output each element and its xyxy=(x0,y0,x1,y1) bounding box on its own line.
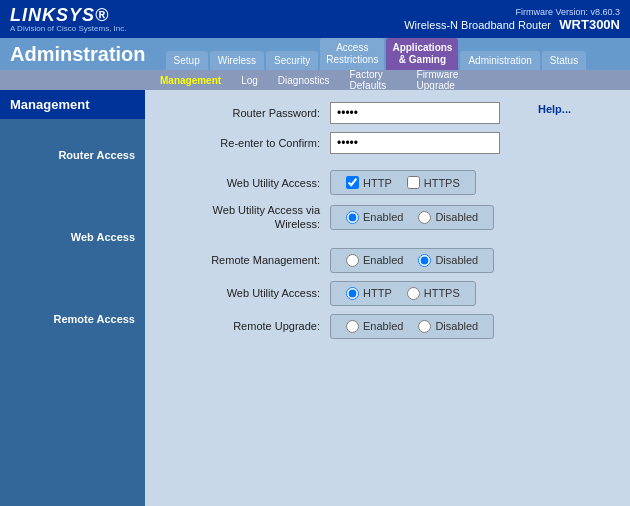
remote-disabled-label[interactable]: Disabled xyxy=(418,254,478,267)
web-utility-wireless-options: Enabled Disabled xyxy=(330,205,494,230)
sub-tab-log[interactable]: Log xyxy=(231,73,268,88)
sidebar-section-router-access: Router Access xyxy=(0,119,145,166)
upgrade-enabled-radio[interactable] xyxy=(346,320,359,333)
tab-status[interactable]: Status xyxy=(542,51,586,70)
tab-security[interactable]: Security xyxy=(266,51,318,70)
remote-web-utility-label: Web Utility Access: xyxy=(155,287,330,299)
firmware-version: Firmware Version: v8.60.3 xyxy=(404,7,620,17)
sidebar: Management Router Access Web Access Remo… xyxy=(0,90,145,506)
remote-https-radio[interactable] xyxy=(407,287,420,300)
tab-applications[interactable]: Applications& Gaming xyxy=(386,38,458,70)
wireless-enabled-radio[interactable] xyxy=(346,211,359,224)
router-password-label: Router Password: xyxy=(155,107,330,119)
router-password-input[interactable] xyxy=(330,102,500,124)
nav-tabs: Setup Wireless Security AccessRestrictio… xyxy=(166,38,620,70)
remote-disabled-radio[interactable] xyxy=(418,254,431,267)
help-link[interactable]: Help... xyxy=(538,103,571,115)
web-utility-access-label: Web Utility Access: xyxy=(155,177,330,189)
remote-enabled-text: Enabled xyxy=(363,254,403,266)
remote-access-label: Remote Access xyxy=(10,313,135,325)
sub-tab-diagnostics[interactable]: Diagnostics xyxy=(268,73,340,88)
wireless-enabled-label[interactable]: Enabled xyxy=(346,211,403,224)
reenter-password-label: Re-enter to Confirm: xyxy=(155,137,330,149)
remote-disabled-text: Disabled xyxy=(435,254,478,266)
remote-upgrade-label: Remote Upgrade: xyxy=(155,320,330,332)
web-access-label: Web Access xyxy=(10,231,135,243)
remote-web-utility-row: Web Utility Access: HTTP HTTPS xyxy=(155,281,515,306)
remote-enabled-radio[interactable] xyxy=(346,254,359,267)
http-checkbox[interactable] xyxy=(346,176,359,189)
sidebar-section-remote-access: Remote Access xyxy=(0,248,145,330)
header-top: LINKSYS® A Division of Cisco Systems, In… xyxy=(0,0,630,38)
sub-tab-management[interactable]: Management xyxy=(150,73,231,88)
title-nav-bar: Adminstration Setup Wireless Security Ac… xyxy=(0,38,630,70)
https-checkbox[interactable] xyxy=(407,176,420,189)
content-area: Router Password: Re-enter to Confirm: We… xyxy=(145,90,530,506)
upgrade-enabled-text: Enabled xyxy=(363,320,403,332)
reenter-password-row: Re-enter to Confirm: xyxy=(155,132,515,154)
remote-http-text: HTTP xyxy=(363,287,392,299)
header-right-info: Firmware Version: v8.60.3 Wireless-N Bro… xyxy=(404,7,620,32)
web-utility-wireless-row: Web Utility Access viaWireless: Enabled … xyxy=(155,203,515,232)
remote-management-label: Remote Management: xyxy=(155,254,330,266)
admin-title: Adminstration xyxy=(10,43,146,66)
wireless-disabled-radio[interactable] xyxy=(418,211,431,224)
help-panel: Help... xyxy=(530,90,630,506)
remote-upgrade-options: Enabled Disabled xyxy=(330,314,494,339)
linksys-logo: LINKSYS® xyxy=(10,6,126,24)
wireless-disabled-text: Disabled xyxy=(435,211,478,223)
remote-https-label[interactable]: HTTPS xyxy=(407,287,460,300)
router-access-label: Router Access xyxy=(10,149,135,161)
tab-setup[interactable]: Setup xyxy=(166,51,208,70)
web-utility-access-options: HTTP HTTPS xyxy=(330,170,476,195)
web-utility-wireless-label: Web Utility Access viaWireless: xyxy=(155,203,330,232)
remote-management-options: Enabled Disabled xyxy=(330,248,494,273)
logo-area: LINKSYS® A Division of Cisco Systems, In… xyxy=(10,6,126,33)
sidebar-header: Management xyxy=(0,90,145,119)
upgrade-disabled-label[interactable]: Disabled xyxy=(418,320,478,333)
app-container: LINKSYS® A Division of Cisco Systems, In… xyxy=(0,0,630,506)
upgrade-disabled-text: Disabled xyxy=(435,320,478,332)
remote-management-row: Remote Management: Enabled Disabled xyxy=(155,248,515,273)
remote-http-radio[interactable] xyxy=(346,287,359,300)
remote-enabled-label[interactable]: Enabled xyxy=(346,254,403,267)
https-checkbox-label[interactable]: HTTPS xyxy=(407,176,460,189)
http-label: HTTP xyxy=(363,177,392,189)
tab-access-restrictions[interactable]: AccessRestrictions xyxy=(320,38,384,70)
remote-web-utility-options: HTTP HTTPS xyxy=(330,281,476,306)
upgrade-disabled-radio[interactable] xyxy=(418,320,431,333)
router-password-row: Router Password: xyxy=(155,102,515,124)
http-checkbox-label[interactable]: HTTP xyxy=(346,176,392,189)
sub-nav: Management Log Diagnostics Factory Defau… xyxy=(0,70,630,90)
remote-http-label[interactable]: HTTP xyxy=(346,287,392,300)
web-utility-access-row: Web Utility Access: HTTP HTTPS xyxy=(155,170,515,195)
router-model: WRT300N xyxy=(559,17,620,32)
upgrade-enabled-label[interactable]: Enabled xyxy=(346,320,403,333)
reenter-password-input[interactable] xyxy=(330,132,500,154)
logo-subtitle: A Division of Cisco Systems, Inc. xyxy=(10,24,126,33)
remote-https-text: HTTPS xyxy=(424,287,460,299)
sidebar-section-web-access: Web Access xyxy=(0,166,145,248)
wireless-disabled-label[interactable]: Disabled xyxy=(418,211,478,224)
wireless-enabled-text: Enabled xyxy=(363,211,403,223)
router-label-header: Wireless-N Broadband Router WRT300N xyxy=(404,17,620,32)
main-area: Management Router Access Web Access Remo… xyxy=(0,90,630,506)
https-label: HTTPS xyxy=(424,177,460,189)
router-desc: Wireless-N Broadband Router xyxy=(404,19,551,31)
remote-upgrade-row: Remote Upgrade: Enabled Disabled xyxy=(155,314,515,339)
tab-wireless[interactable]: Wireless xyxy=(210,51,264,70)
